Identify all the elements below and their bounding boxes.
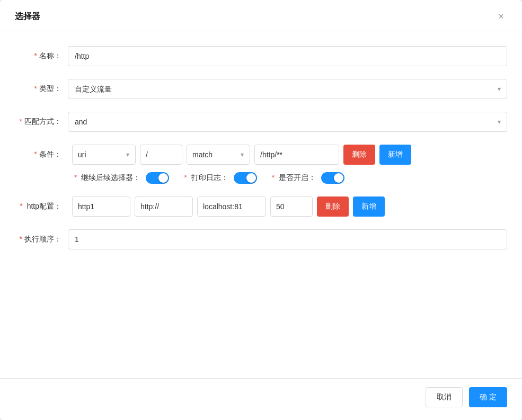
order-row: *执行顺序：: [15, 229, 507, 249]
dialog-footer: 取消 确 定: [0, 378, 522, 420]
toggle-row: * 继续后续选择器： * 打印日志：: [15, 172, 507, 184]
match-row: *匹配方式： and or ▾: [15, 112, 507, 132]
http-add-button[interactable]: 新增: [353, 196, 385, 217]
enable-label: * 是否开启：: [272, 173, 316, 183]
name-input[interactable]: [68, 46, 507, 66]
type-required: *: [34, 84, 37, 93]
match-select-wrapper: and or ▾: [68, 112, 507, 132]
http-url-input[interactable]: [135, 196, 193, 217]
match-op-select[interactable]: match equal prefix: [187, 145, 250, 165]
condition-label: *条件：: [15, 150, 68, 159]
continue-selector-thumb: [158, 173, 168, 183]
continue-selector-item: * 继续后续选择器：: [74, 172, 169, 184]
http-name-input[interactable]: [72, 196, 130, 217]
type-label: *类型：: [15, 84, 68, 94]
match-required: *: [20, 117, 22, 126]
condition-slash-input[interactable]: [140, 145, 182, 165]
http-config-label: * http配置：: [15, 202, 68, 211]
continue-selector-track[interactable]: [146, 172, 169, 184]
enable-thumb: [334, 173, 343, 183]
dialog-body: *名称： *类型： 自定义流量 ▾ *匹配方式： and: [0, 31, 522, 378]
http-config-row: * http配置： 删除 新增: [15, 196, 507, 217]
confirm-button[interactable]: 确 定: [469, 387, 507, 407]
dialog: 选择器 × *名称： *类型： 自定义流量 ▾ *匹配: [0, 0, 522, 420]
print-log-item: * 打印日志：: [184, 172, 256, 184]
print-log-thumb: [246, 173, 256, 183]
type-select-wrapper: 自定义流量 ▾: [68, 79, 507, 99]
print-log-toggle[interactable]: [234, 172, 257, 184]
name-row: *名称：: [15, 46, 507, 66]
order-input[interactable]: [68, 229, 507, 249]
condition-row: *条件： uri host method ▾ match equal prefi…: [15, 145, 507, 165]
enable-toggle[interactable]: [321, 172, 344, 184]
continue-selector-label: * 继续后续选择器：: [74, 173, 140, 183]
match-select[interactable]: and or: [68, 112, 507, 132]
http-delete-button[interactable]: 删除: [317, 196, 349, 217]
print-log-track[interactable]: [234, 172, 257, 184]
condition-type-select[interactable]: uri host method: [72, 145, 136, 165]
name-required: *: [34, 51, 37, 60]
order-label: *执行顺序：: [15, 235, 68, 244]
enable-item: * 是否开启：: [272, 172, 344, 184]
continue-selector-toggle[interactable]: [146, 172, 169, 184]
dialog-title: 选择器: [15, 11, 40, 22]
condition-type-wrapper: uri host method ▾: [72, 145, 136, 165]
condition-delete-button[interactable]: 删除: [343, 145, 375, 165]
print-log-label: * 打印日志：: [184, 173, 228, 183]
condition-required: *: [34, 150, 37, 158]
http-weight-input[interactable]: [270, 196, 313, 217]
name-label: *名称：: [15, 51, 68, 61]
condition-add-button[interactable]: 新增: [379, 145, 411, 165]
order-required: *: [20, 235, 22, 243]
condition-value-input[interactable]: [254, 145, 339, 165]
type-row: *类型： 自定义流量 ▾: [15, 79, 507, 99]
http-host-input[interactable]: [197, 196, 266, 217]
close-button[interactable]: ×: [495, 11, 507, 22]
cancel-button[interactable]: 取消: [426, 387, 463, 407]
match-label: *匹配方式：: [15, 117, 68, 127]
type-select[interactable]: 自定义流量: [68, 79, 507, 99]
match-op-wrapper: match equal prefix ▾: [187, 145, 250, 165]
enable-track[interactable]: [321, 172, 344, 184]
dialog-header: 选择器 ×: [0, 0, 522, 31]
